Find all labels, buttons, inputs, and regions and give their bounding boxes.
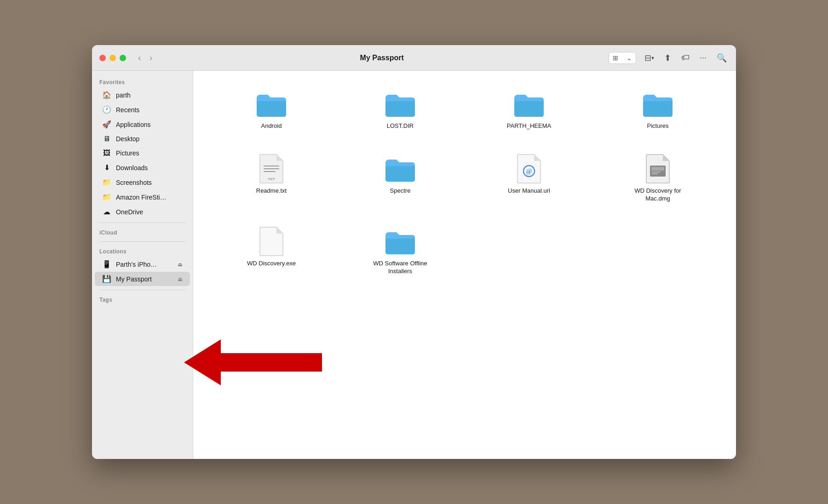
sidebar-item-desktop[interactable]: 🖥 Desktop: [95, 132, 190, 146]
close-button[interactable]: [99, 55, 106, 61]
tags-header: Tags: [92, 294, 193, 305]
toolbar-right: ⊞ ⌄ ⊟▾ ⬆ 🏷 ··· 🔍: [609, 51, 729, 65]
file-item-android[interactable]: Android: [212, 85, 331, 136]
sidebar-item-label: My Passport: [116, 275, 173, 283]
file-item-spectre[interactable]: Spectre: [340, 149, 460, 208]
title-bar: ‹ › My Passport ⊞ ⌄ ⊟▾ ⬆ 🏷 ··· 🔍: [92, 45, 736, 71]
home-icon: 🏠: [102, 91, 111, 99]
locations-header: Locations: [92, 246, 193, 257]
folder-icon-pictures: [641, 90, 674, 118]
sidebar-item-downloads[interactable]: ⬇ Downloads: [95, 160, 190, 175]
more-button[interactable]: ···: [698, 51, 708, 64]
forward-button[interactable]: ›: [147, 51, 155, 65]
file-grid: Android LOST.DIR: [212, 85, 718, 281]
sidebar-item-label: parth: [116, 92, 183, 99]
file-label: WD Discovery for Mac.dmg: [628, 187, 688, 203]
sidebar-item-label: Pictures: [116, 149, 183, 157]
eject-icon[interactable]: ⏏: [178, 261, 183, 268]
icloud-header: iCloud: [92, 227, 193, 238]
grid-view-button[interactable]: ⊞: [609, 52, 622, 63]
file-item-parth-heema[interactable]: PARTH_HEEMA: [469, 85, 589, 136]
sidebar-item-label: Desktop: [116, 135, 183, 143]
txt-icon-readme: TXT: [255, 155, 288, 183]
folder-icon-lost-dir: [384, 90, 417, 118]
nav-buttons: ‹ ›: [135, 51, 155, 65]
sidebar-divider: [99, 223, 185, 223]
file-item-wd-exe[interactable]: WD Discovery.exe: [212, 222, 331, 281]
iphone-icon: 📱: [102, 260, 111, 269]
file-item-readme[interactable]: TXT Readme.txt: [212, 149, 331, 208]
desktop-icon: 🖥: [102, 135, 111, 143]
file-label: WD Discovery.exe: [247, 260, 296, 268]
onedrive-icon: ☁: [102, 207, 111, 216]
svg-text:@: @: [526, 168, 532, 175]
sidebar-item-label: Parth's iPho…: [116, 261, 173, 268]
sidebar-divider2: [99, 241, 185, 242]
file-label: LOST.DIR: [387, 122, 414, 130]
file-label: Spectre: [390, 187, 411, 195]
svg-text:TXT: TXT: [268, 177, 275, 181]
file-label: Android: [261, 122, 282, 130]
gallery-view-button[interactable]: ⊟▾: [643, 51, 656, 65]
window-title: My Passport: [161, 54, 603, 62]
share-button[interactable]: ⬆: [662, 51, 673, 65]
sidebar-item-iphone[interactable]: 📱 Parth's iPho… ⏏: [95, 257, 190, 271]
sidebar-item-recents[interactable]: 🕐 Recents: [95, 103, 190, 117]
file-label: Pictures: [647, 122, 669, 130]
view-toggle: ⊞ ⌄: [609, 52, 636, 64]
sidebar-item-onedrive[interactable]: ☁ OneDrive: [95, 205, 190, 219]
svg-rect-8: [651, 172, 661, 172]
svg-rect-2: [264, 171, 276, 172]
sidebar-item-label: Applications: [116, 121, 183, 128]
pictures-icon: 🖼: [102, 149, 111, 157]
file-item-lost-dir[interactable]: LOST.DIR: [340, 85, 460, 136]
sidebar: Favorites 🏠 parth 🕐 Recents 🚀 Applicatio…: [92, 71, 193, 459]
file-item-wd-dmg[interactable]: WD Discovery for Mac.dmg: [598, 149, 718, 208]
applications-icon: 🚀: [102, 120, 111, 129]
search-button[interactable]: 🔍: [715, 51, 729, 65]
file-label: WD Software Offline Installers: [370, 260, 430, 275]
folder-icon-android: [255, 90, 288, 118]
folder-icon-wd-software: [384, 228, 417, 255]
folder-icon-spectre: [384, 155, 417, 183]
maximize-button[interactable]: [120, 55, 126, 61]
favorites-header: Favorites: [92, 76, 193, 87]
sidebar-item-label: Screenshots: [116, 179, 183, 186]
minimize-button[interactable]: [109, 55, 116, 61]
svg-rect-0: [264, 166, 279, 166]
tag-button[interactable]: 🏷: [679, 51, 691, 64]
sidebar-item-label: OneDrive: [116, 208, 183, 216]
file-item-wd-software[interactable]: WD Software Offline Installers: [340, 222, 460, 281]
sidebar-divider3: [99, 290, 185, 290]
drive-icon: 💾: [102, 275, 111, 283]
url-icon-user-manual: @: [512, 155, 546, 183]
back-button[interactable]: ‹: [135, 51, 144, 65]
main-content: Favorites 🏠 parth 🕐 Recents 🚀 Applicatio…: [92, 71, 736, 459]
sidebar-item-label: Amazon FireSti…: [116, 194, 183, 201]
finder-window: ‹ › My Passport ⊞ ⌄ ⊟▾ ⬆ 🏷 ··· 🔍: [92, 45, 736, 459]
svg-rect-1: [264, 168, 279, 169]
recents-icon: 🕐: [102, 105, 111, 114]
sidebar-item-screenshots[interactable]: 📁 Screenshots: [95, 175, 190, 189]
traffic-lights: [99, 55, 126, 61]
sidebar-item-amazon[interactable]: 📁 Amazon FireSti…: [95, 190, 190, 204]
file-label: PARTH_HEEMA: [507, 122, 551, 130]
sidebar-item-pictures[interactable]: 🖼 Pictures: [95, 146, 190, 160]
file-label: Readme.txt: [256, 187, 287, 195]
amazon-icon: 📁: [102, 193, 111, 201]
sidebar-item-my-passport[interactable]: 💾 My Passport ⏏: [95, 272, 190, 286]
exe-icon-wd: [255, 228, 288, 255]
sidebar-item-label: Downloads: [116, 164, 183, 172]
grid-up-button[interactable]: ⌄: [623, 52, 636, 63]
svg-rect-9: [651, 173, 658, 174]
sidebar-item-label: Recents: [116, 106, 183, 114]
eject-icon-passport[interactable]: ⏏: [178, 276, 183, 282]
screenshots-icon: 📁: [102, 178, 111, 187]
sidebar-item-parth[interactable]: 🏠 parth: [95, 88, 190, 102]
svg-rect-7: [651, 167, 664, 171]
file-item-pictures[interactable]: Pictures: [598, 85, 718, 136]
sidebar-item-applications[interactable]: 🚀 Applications: [95, 117, 190, 132]
file-area: Android LOST.DIR: [193, 71, 736, 459]
file-item-user-manual[interactable]: @ User Manual.url: [469, 149, 589, 208]
folder-icon-parth-heema: [512, 90, 546, 118]
